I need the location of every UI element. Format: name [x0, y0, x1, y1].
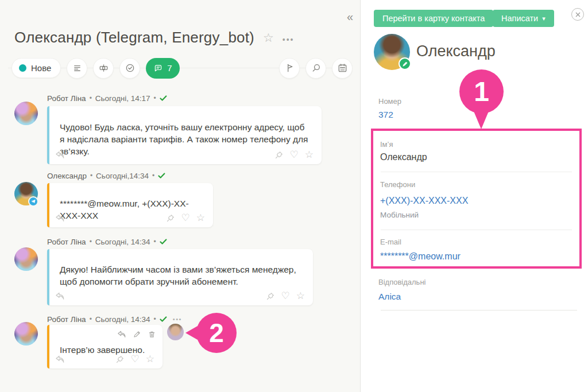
- chat-menu-icon[interactable]: •••: [283, 32, 295, 44]
- contact-name: Олександр: [416, 42, 496, 60]
- message-text: Дякую! Найближчим часом із вами зв’яжеть…: [60, 263, 303, 288]
- chat-title-row: Олександр (Telegram, Energy_bot) ☆ •••: [14, 29, 295, 46]
- message-meta: Робот Ліна • Сьогодні, 14:17 •: [47, 93, 167, 103]
- delivered-check-icon: [158, 172, 165, 179]
- write-button[interactable]: Написати ▾: [493, 10, 554, 27]
- favorite-star-icon[interactable]: ☆: [263, 31, 274, 45]
- contact-avatar: [374, 34, 410, 70]
- message-meta: Олександр • Сьогодні,14:34 •: [47, 170, 165, 181]
- status-pill-new[interactable]: Нове: [11, 58, 61, 78]
- status-dot-icon: [19, 64, 26, 72]
- reply-icon[interactable]: [55, 292, 65, 301]
- annotation-step-1: 1: [459, 69, 504, 114]
- avatar-robot-lina: [14, 102, 38, 125]
- chevron-down-icon: ▾: [542, 14, 546, 22]
- delivered-check-icon: [160, 95, 167, 102]
- star-icon[interactable]: ☆: [296, 292, 305, 300]
- check-circle-icon: [125, 63, 136, 73]
- message-card: Інтерв’ю завершено. ♡ ☆: [47, 325, 163, 368]
- message-card: ********@meow.mur, +(XXX)-XX-XXX-XXX ♡ ☆: [47, 183, 213, 227]
- avatar-manager-alisa: [167, 324, 184, 340]
- delivered-check-icon: [160, 238, 167, 245]
- pin-icon[interactable]: [115, 355, 125, 364]
- message-time: Сьогодні, 14:17: [95, 94, 150, 103]
- pin-icon[interactable]: [274, 150, 284, 160]
- reply-icon[interactable]: [117, 330, 126, 339]
- message-menu-icon[interactable]: •••: [173, 316, 182, 323]
- contact-number-link[interactable]: 372: [378, 110, 393, 120]
- star-icon[interactable]: ☆: [196, 214, 205, 222]
- responsible-label: Відповідальні: [378, 278, 425, 286]
- phone-type-label: Мобільний: [380, 211, 419, 219]
- star-icon[interactable]: ☆: [146, 355, 154, 363]
- avatar-robot-lina: [14, 322, 38, 346]
- responsible-link[interactable]: Аліса: [378, 292, 401, 302]
- divider: [381, 310, 577, 311]
- heart-icon[interactable]: ♡: [290, 151, 299, 159]
- phones-label: Телефони: [380, 180, 415, 189]
- message-author: Робот Ліна: [47, 315, 86, 324]
- annotation-step-2: 2: [196, 313, 237, 353]
- deal-icon: [98, 63, 109, 73]
- message-author: Олександр: [47, 172, 87, 180]
- contact-name-value: Олександр: [380, 152, 427, 162]
- message-time: Сьогодні, 14:34: [95, 238, 150, 246]
- close-panel-button[interactable]: [571, 8, 584, 21]
- annotation-highlight-box: Ім’я Олександр Телефони +(XXX)-XX-XXX-XX…: [371, 129, 582, 269]
- divider: [381, 230, 572, 230]
- chat-toolbar: Нове 7: [11, 57, 353, 79]
- deals-button[interactable]: [93, 58, 114, 79]
- message-meta: Робот Ліна • Сьогодні, 14:34 • •••: [47, 314, 182, 324]
- edit-icon[interactable]: [133, 330, 141, 339]
- star-icon[interactable]: ☆: [305, 151, 314, 159]
- edit-avatar-button[interactable]: [399, 57, 411, 70]
- chat-title: Олександр (Telegram, Energy_bot): [14, 29, 254, 46]
- search-icon: [311, 63, 322, 73]
- avatar-robot-lina: [14, 247, 38, 271]
- delete-icon[interactable]: [148, 330, 156, 339]
- chat-panel: « Олександр (Telegram, Energy_bot) ☆ •••…: [0, 0, 361, 392]
- heart-icon[interactable]: ♡: [281, 292, 290, 300]
- list-icon: [72, 63, 83, 73]
- message-author: Робот Ліна: [47, 238, 86, 246]
- message-text: Чудово! Будь ласка, уточніть вашу електр…: [60, 121, 311, 157]
- collapse-panel-icon[interactable]: «: [347, 10, 353, 24]
- email-link[interactable]: ********@meow.mur: [380, 251, 461, 262]
- calendar-button[interactable]: [332, 58, 353, 79]
- pin-icon[interactable]: [266, 292, 275, 301]
- reply-icon[interactable]: [55, 355, 65, 364]
- search-button[interactable]: [305, 58, 326, 79]
- messages-tab[interactable]: 7: [146, 58, 179, 79]
- contact-panel: Перейти в картку контакта Написати ▾ Оле…: [361, 0, 588, 392]
- calendar-icon: [337, 63, 348, 73]
- message-time: Сьогодні, 14:34: [95, 315, 150, 324]
- telegram-badge-icon: [28, 196, 38, 207]
- delivered-check-icon: [160, 316, 167, 323]
- notes-button[interactable]: [67, 58, 87, 79]
- divider: [381, 172, 572, 172]
- go-to-contact-card-button[interactable]: Перейти в картку контакта: [374, 10, 493, 27]
- phone-link[interactable]: +(XXX)-XX-XXX-XXX: [380, 196, 468, 206]
- status-label: Нове: [31, 63, 51, 73]
- flag-icon: [284, 63, 295, 73]
- reply-icon[interactable]: [55, 150, 65, 160]
- name-label: Ім’я: [380, 140, 393, 149]
- chat-bubble-icon: [153, 63, 163, 73]
- unread-count: 7: [167, 63, 172, 73]
- email-label: E-mail: [380, 238, 401, 246]
- reply-icon[interactable]: [55, 214, 65, 223]
- pin-icon[interactable]: [166, 214, 175, 223]
- flag-button[interactable]: [279, 58, 300, 79]
- message-time: Сьогодні,14:34: [96, 172, 149, 180]
- heart-icon[interactable]: ♡: [181, 214, 190, 222]
- message-author: Робот Ліна: [47, 94, 86, 103]
- message-card: Дякую! Найближчим часом із вами зв’яжеть…: [47, 249, 313, 305]
- message-meta: Робот Ліна • Сьогодні, 14:34 •: [47, 236, 167, 247]
- message-card: Чудово! Будь ласка, уточніть вашу електр…: [47, 106, 322, 164]
- heart-icon[interactable]: ♡: [131, 355, 140, 363]
- number-label: Номер: [378, 97, 401, 106]
- tasks-button[interactable]: [119, 58, 140, 79]
